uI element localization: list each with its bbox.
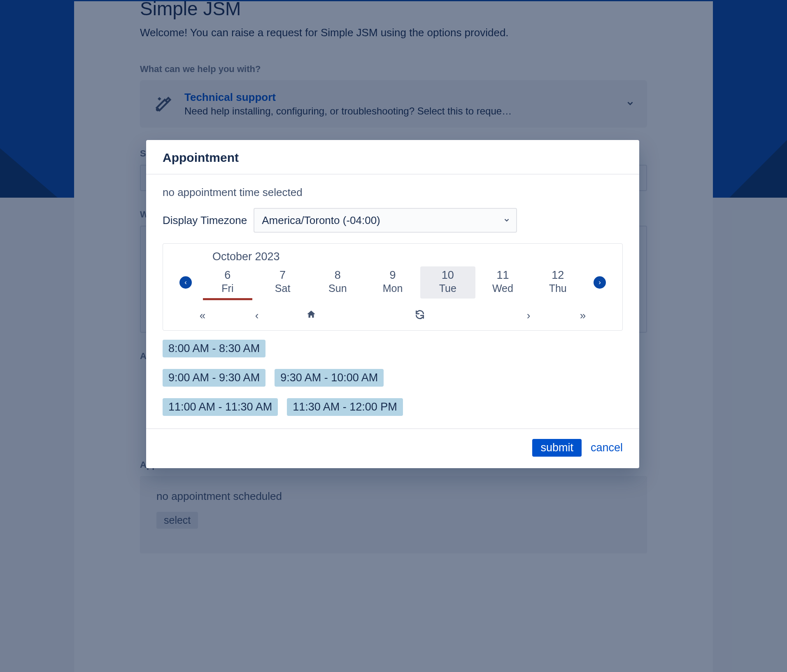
calendar-day-number: 6 — [200, 269, 255, 282]
cancel-button[interactable]: cancel — [591, 441, 623, 454]
calendar-day-number: 9 — [365, 269, 420, 282]
double-chevron-right-icon: » — [580, 309, 586, 322]
calendar-fast-next-button[interactable]: » — [556, 309, 610, 323]
calendar-day[interactable]: 8Sun — [310, 266, 365, 299]
calendar-today-button[interactable] — [284, 309, 338, 323]
calendar-day[interactable]: 10Tue — [420, 266, 475, 299]
time-slot[interactable]: 9:00 AM - 9:30 AM — [163, 369, 265, 387]
time-slot[interactable]: 9:30 AM - 10:00 AM — [275, 369, 384, 387]
appointment-modal: Appointment no appointment time selected… — [146, 140, 639, 468]
calendar-step-next-button[interactable]: › — [501, 309, 556, 323]
calendar-day-number: 7 — [255, 269, 310, 282]
calendar-day-number: 12 — [530, 269, 585, 282]
calendar-day-number: 8 — [310, 269, 365, 282]
calendar-fast-prev-button[interactable]: « — [175, 309, 230, 323]
calendar-day-number: 10 — [420, 269, 475, 282]
chevron-down-icon — [503, 214, 510, 227]
calendar-prev-button[interactable]: ‹ — [171, 266, 200, 299]
calendar-day-name: Sun — [310, 282, 365, 294]
calendar-day-number: 11 — [475, 269, 531, 282]
calendar-day[interactable]: 6Fri — [200, 266, 255, 299]
chevron-right-icon: › — [594, 276, 606, 289]
calendar-day[interactable]: 9Mon — [365, 266, 420, 299]
refresh-icon — [414, 309, 425, 320]
calendar-refresh-button[interactable] — [393, 309, 447, 323]
calendar-day-name: Wed — [475, 282, 531, 294]
home-icon — [306, 309, 317, 320]
double-chevron-left-icon: « — [200, 309, 205, 322]
calendar-day-name: Fri — [200, 282, 255, 294]
time-slot[interactable]: 11:00 AM - 11:30 AM — [163, 398, 278, 416]
calendar-next-button[interactable]: › — [585, 266, 614, 299]
submit-button[interactable]: submit — [532, 439, 582, 457]
timezone-label: Display Timezone — [163, 214, 247, 227]
timezone-value: America/Toronto (-04:00) — [262, 214, 380, 227]
calendar: October 2023 ‹ 6Fri7Sat8Sun9Mon10Tue11We… — [163, 243, 623, 331]
time-slot[interactable]: 11:30 AM - 12:00 PM — [287, 398, 403, 416]
modal-no-selection: no appointment time selected — [163, 186, 623, 199]
calendar-day[interactable]: 7Sat — [255, 266, 310, 299]
calendar-day[interactable]: 12Thu — [530, 266, 585, 299]
chevron-left-icon: ‹ — [255, 309, 259, 322]
calendar-step-prev-button[interactable]: ‹ — [230, 309, 284, 323]
timezone-select[interactable]: America/Toronto (-04:00) — [254, 208, 517, 233]
calendar-day-name: Tue — [420, 282, 475, 294]
calendar-day[interactable]: 11Wed — [475, 266, 531, 299]
calendar-day-name: Mon — [365, 282, 420, 294]
modal-title: Appointment — [146, 140, 639, 175]
calendar-month-label: October 2023 — [163, 244, 622, 266]
chevron-right-icon: › — [527, 309, 531, 322]
calendar-day-name: Thu — [530, 282, 585, 294]
time-slots: 8:00 AM - 8:30 AM9:00 AM - 9:30 AM9:30 A… — [163, 340, 623, 416]
time-slot[interactable]: 8:00 AM - 8:30 AM — [163, 340, 265, 357]
calendar-day-name: Sat — [255, 282, 310, 294]
chevron-left-icon: ‹ — [179, 276, 192, 289]
